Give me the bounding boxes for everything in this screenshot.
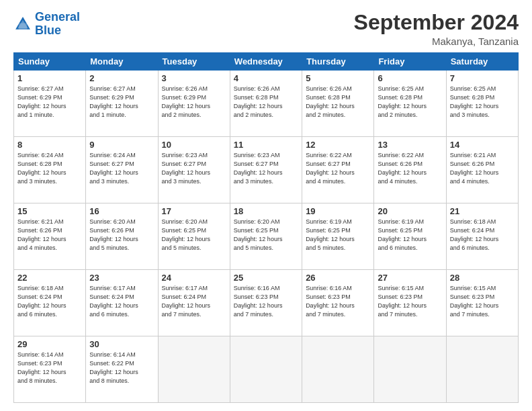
day-number: 9: [89, 140, 154, 150]
day-info: Sunrise: 6:22 AM Sunset: 6:26 PM Dayligh…: [378, 151, 442, 186]
day-number: 21: [450, 206, 515, 216]
svg-rect-2: [19, 23, 27, 29]
day-cell: 24Sunrise: 6:17 AM Sunset: 6:24 PM Dayli…: [158, 270, 230, 336]
day-header-monday: Monday: [86, 53, 158, 71]
day-number: 5: [306, 73, 370, 83]
day-info: Sunrise: 6:15 AM Sunset: 6:23 PM Dayligh…: [378, 284, 442, 319]
day-cell: 25Sunrise: 6:16 AM Sunset: 6:23 PM Dayli…: [230, 270, 302, 336]
day-number: 23: [89, 273, 154, 283]
day-number: 26: [306, 273, 370, 283]
day-cell: 28Sunrise: 6:15 AM Sunset: 6:23 PM Dayli…: [446, 270, 518, 336]
day-cell: 30Sunrise: 6:14 AM Sunset: 6:22 PM Dayli…: [86, 336, 158, 403]
day-cell: 20Sunrise: 6:19 AM Sunset: 6:25 PM Dayli…: [374, 203, 446, 270]
day-header-tuesday: Tuesday: [158, 53, 230, 71]
day-number: 24: [162, 273, 226, 283]
day-info: Sunrise: 6:17 AM Sunset: 6:24 PM Dayligh…: [89, 284, 154, 319]
day-info: Sunrise: 6:17 AM Sunset: 6:24 PM Dayligh…: [162, 284, 226, 319]
day-number: 11: [234, 140, 298, 150]
header-row: SundayMondayTuesdayWednesdayThursdayFrid…: [14, 53, 519, 71]
day-number: 27: [378, 273, 442, 283]
day-cell: 29Sunrise: 6:14 AM Sunset: 6:23 PM Dayli…: [14, 336, 86, 403]
day-info: Sunrise: 6:24 AM Sunset: 6:27 PM Dayligh…: [89, 151, 154, 186]
day-cell: 3Sunrise: 6:26 AM Sunset: 6:29 PM Daylig…: [158, 71, 230, 137]
day-info: Sunrise: 6:26 AM Sunset: 6:28 PM Dayligh…: [234, 85, 298, 120]
day-header-friday: Friday: [374, 53, 446, 71]
day-header-wednesday: Wednesday: [230, 53, 302, 71]
day-number: 22: [17, 273, 82, 283]
day-info: Sunrise: 6:19 AM Sunset: 6:25 PM Dayligh…: [306, 218, 370, 253]
day-cell: 17Sunrise: 6:20 AM Sunset: 6:25 PM Dayli…: [158, 203, 230, 270]
day-number: 7: [450, 73, 515, 83]
day-cell: 22Sunrise: 6:18 AM Sunset: 6:24 PM Dayli…: [14, 270, 86, 336]
day-cell: 26Sunrise: 6:16 AM Sunset: 6:23 PM Dayli…: [302, 270, 374, 336]
day-number: 16: [89, 206, 154, 216]
day-number: 25: [234, 273, 298, 283]
day-info: Sunrise: 6:21 AM Sunset: 6:26 PM Dayligh…: [17, 218, 82, 253]
day-number: 15: [17, 206, 82, 216]
day-info: Sunrise: 6:22 AM Sunset: 6:27 PM Dayligh…: [306, 151, 370, 186]
day-info: Sunrise: 6:20 AM Sunset: 6:25 PM Dayligh…: [162, 218, 226, 253]
day-number: 30: [89, 339, 154, 349]
day-cell: 16Sunrise: 6:20 AM Sunset: 6:26 PM Dayli…: [86, 203, 158, 270]
day-info: Sunrise: 6:14 AM Sunset: 6:22 PM Dayligh…: [89, 351, 154, 385]
week-row-1: 1Sunrise: 6:27 AM Sunset: 6:29 PM Daylig…: [14, 71, 519, 137]
day-cell: 23Sunrise: 6:17 AM Sunset: 6:24 PM Dayli…: [86, 270, 158, 336]
location: Makanya, Tanzania: [354, 36, 519, 47]
day-cell: 18Sunrise: 6:20 AM Sunset: 6:25 PM Dayli…: [230, 203, 302, 270]
week-row-3: 15Sunrise: 6:21 AM Sunset: 6:26 PM Dayli…: [14, 203, 519, 270]
day-cell: 6Sunrise: 6:25 AM Sunset: 6:28 PM Daylig…: [374, 71, 446, 137]
day-cell: [374, 336, 446, 403]
day-cell: [230, 336, 302, 403]
day-cell: 19Sunrise: 6:19 AM Sunset: 6:25 PM Dayli…: [302, 203, 374, 270]
day-info: Sunrise: 6:27 AM Sunset: 6:29 PM Dayligh…: [17, 85, 82, 120]
day-number: 10: [162, 140, 226, 150]
day-info: Sunrise: 6:18 AM Sunset: 6:24 PM Dayligh…: [450, 218, 515, 253]
page: General Blue September 2024 Makanya, Tan…: [0, 0, 532, 411]
day-cell: 8Sunrise: 6:24 AM Sunset: 6:28 PM Daylig…: [14, 137, 86, 203]
day-info: Sunrise: 6:15 AM Sunset: 6:23 PM Dayligh…: [450, 284, 515, 319]
day-number: 3: [162, 73, 226, 83]
day-cell: 27Sunrise: 6:15 AM Sunset: 6:23 PM Dayli…: [374, 270, 446, 336]
logo: General Blue: [13, 11, 80, 38]
day-cell: 12Sunrise: 6:22 AM Sunset: 6:27 PM Dayli…: [302, 137, 374, 203]
day-info: Sunrise: 6:23 AM Sunset: 6:27 PM Dayligh…: [162, 151, 226, 186]
day-header-sunday: Sunday: [14, 53, 86, 71]
day-number: 8: [17, 140, 82, 150]
day-info: Sunrise: 6:19 AM Sunset: 6:25 PM Dayligh…: [378, 218, 442, 253]
day-cell: 1Sunrise: 6:27 AM Sunset: 6:29 PM Daylig…: [14, 71, 86, 137]
day-header-thursday: Thursday: [302, 53, 374, 71]
day-info: Sunrise: 6:20 AM Sunset: 6:26 PM Dayligh…: [89, 218, 154, 253]
day-number: 2: [89, 73, 154, 83]
day-cell: 13Sunrise: 6:22 AM Sunset: 6:26 PM Dayli…: [374, 137, 446, 203]
day-info: Sunrise: 6:25 AM Sunset: 6:28 PM Dayligh…: [450, 85, 515, 120]
day-info: Sunrise: 6:16 AM Sunset: 6:23 PM Dayligh…: [306, 284, 370, 319]
month-title: September 2024: [354, 11, 519, 34]
day-number: 1: [17, 73, 82, 83]
day-info: Sunrise: 6:26 AM Sunset: 6:29 PM Dayligh…: [162, 85, 226, 120]
day-cell: 4Sunrise: 6:26 AM Sunset: 6:28 PM Daylig…: [230, 71, 302, 137]
day-info: Sunrise: 6:27 AM Sunset: 6:29 PM Dayligh…: [89, 85, 154, 120]
week-row-2: 8Sunrise: 6:24 AM Sunset: 6:28 PM Daylig…: [14, 137, 519, 203]
day-info: Sunrise: 6:14 AM Sunset: 6:23 PM Dayligh…: [17, 351, 82, 385]
day-number: 6: [378, 73, 442, 83]
day-cell: [302, 336, 374, 403]
day-number: 20: [378, 206, 442, 216]
day-header-saturday: Saturday: [446, 53, 518, 71]
day-cell: 15Sunrise: 6:21 AM Sunset: 6:26 PM Dayli…: [14, 203, 86, 270]
day-info: Sunrise: 6:20 AM Sunset: 6:25 PM Dayligh…: [234, 218, 298, 253]
day-info: Sunrise: 6:24 AM Sunset: 6:28 PM Dayligh…: [17, 151, 82, 186]
day-cell: 2Sunrise: 6:27 AM Sunset: 6:29 PM Daylig…: [86, 71, 158, 137]
day-number: 19: [306, 206, 370, 216]
day-number: 12: [306, 140, 370, 150]
day-number: 17: [162, 206, 226, 216]
title-block: September 2024 Makanya, Tanzania: [354, 11, 519, 47]
calendar-table: SundayMondayTuesdayWednesdayThursdayFrid…: [13, 52, 519, 403]
day-cell: 9Sunrise: 6:24 AM Sunset: 6:27 PM Daylig…: [86, 137, 158, 203]
week-row-4: 22Sunrise: 6:18 AM Sunset: 6:24 PM Dayli…: [14, 270, 519, 336]
day-number: 28: [450, 273, 515, 283]
day-cell: [158, 336, 230, 403]
day-number: 29: [17, 339, 82, 349]
day-info: Sunrise: 6:25 AM Sunset: 6:28 PM Dayligh…: [378, 85, 442, 120]
day-number: 4: [234, 73, 298, 83]
day-cell: 5Sunrise: 6:26 AM Sunset: 6:28 PM Daylig…: [302, 71, 374, 137]
